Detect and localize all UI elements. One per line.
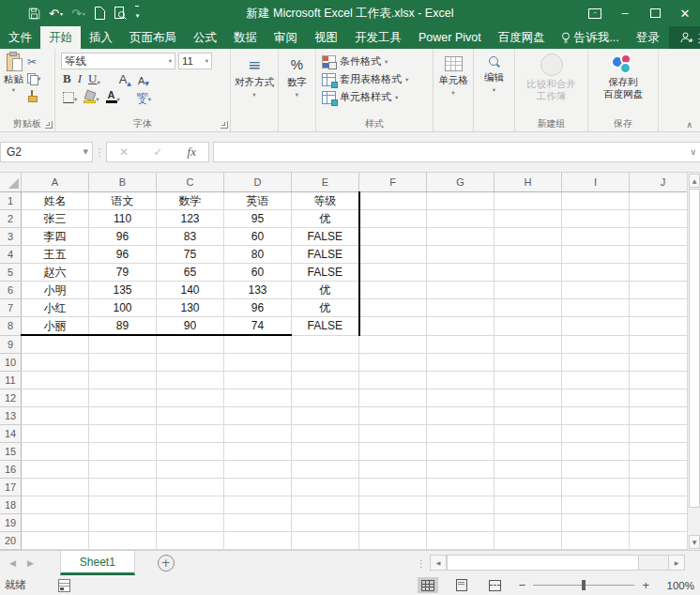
- cell-G3[interactable]: [427, 228, 495, 246]
- cell-G11[interactable]: [427, 372, 495, 389]
- cell-C1[interactable]: 数学: [157, 192, 224, 210]
- minimize-button[interactable]: ─: [610, 0, 640, 26]
- cell-G15[interactable]: [427, 443, 495, 461]
- cell-I19[interactable]: [562, 514, 630, 532]
- bold-button[interactable]: B: [63, 72, 71, 86]
- cell-D1[interactable]: 英语: [224, 192, 292, 210]
- next-sheet-icon[interactable]: ▶: [27, 558, 34, 568]
- cell-C15[interactable]: [157, 443, 224, 461]
- cell-A5[interactable]: 赵六: [22, 264, 89, 282]
- increase-font-button[interactable]: A▲: [119, 72, 131, 86]
- row-header-2[interactable]: 2: [0, 210, 22, 228]
- cell-C6[interactable]: 140: [157, 282, 224, 299]
- cell-I14[interactable]: [562, 425, 630, 443]
- cell-E2[interactable]: 优: [292, 210, 359, 228]
- cell-I3[interactable]: [562, 228, 630, 246]
- cell-H4[interactable]: [495, 246, 562, 264]
- cell-I17[interactable]: [562, 479, 630, 496]
- cell-I7[interactable]: [562, 299, 630, 317]
- previous-sheet-icon[interactable]: ◀: [9, 558, 16, 568]
- cell-C13[interactable]: [157, 407, 224, 425]
- editing-group[interactable]: 编辑 ▾: [474, 49, 515, 131]
- sign-in-button[interactable]: 登录: [627, 26, 669, 49]
- cell-G14[interactable]: [427, 425, 495, 443]
- cell-A4[interactable]: 王五: [22, 246, 89, 264]
- cell-A8[interactable]: 小丽: [22, 317, 89, 336]
- column-header-I[interactable]: I: [562, 173, 630, 192]
- cell-A10[interactable]: [22, 354, 89, 372]
- redo-button[interactable]: ↷▾: [71, 7, 85, 21]
- name-box[interactable]: G2 ▼: [0, 142, 93, 162]
- cell-F16[interactable]: [359, 461, 427, 479]
- cell-E20[interactable]: [292, 532, 359, 550]
- cell-D12[interactable]: [224, 389, 292, 407]
- cell-I5[interactable]: [562, 264, 630, 282]
- cell-D20[interactable]: [224, 532, 292, 550]
- page-break-view-button[interactable]: [485, 577, 506, 593]
- tab-baidu-netdisk[interactable]: 百度网盘: [490, 26, 554, 49]
- cell-H2[interactable]: [495, 210, 562, 228]
- cell-E15[interactable]: [292, 443, 359, 461]
- formula-bar-splitter[interactable]: ⋮: [93, 146, 106, 159]
- record-macro-icon[interactable]: [58, 579, 70, 592]
- zoom-slider-handle[interactable]: [582, 580, 586, 590]
- cell-B5[interactable]: 79: [89, 264, 157, 282]
- phonetic-guide-button[interactable]: wén文▾: [137, 89, 151, 103]
- cell-D13[interactable]: [224, 407, 292, 425]
- zoom-slider[interactable]: [533, 585, 634, 586]
- font-color-button[interactable]: A▾: [106, 89, 120, 103]
- cell-H13[interactable]: [495, 407, 562, 425]
- cell-I18[interactable]: [562, 496, 630, 514]
- cut-button[interactable]: ✂: [27, 54, 40, 69]
- cell-D11[interactable]: [224, 372, 292, 389]
- cell-C10[interactable]: [157, 354, 224, 372]
- cell-I2[interactable]: [562, 210, 630, 228]
- ribbon-display-options-button[interactable]: ^: [580, 0, 610, 26]
- cell-B19[interactable]: [89, 514, 157, 532]
- cell-I20[interactable]: [562, 532, 630, 550]
- cell-H6[interactable]: [495, 282, 562, 299]
- cell-A20[interactable]: [22, 532, 89, 550]
- dialog-launcher-icon[interactable]: [221, 121, 228, 129]
- cell-A15[interactable]: [22, 443, 89, 461]
- cell-D6[interactable]: 133: [224, 282, 292, 299]
- new-sheet-button[interactable]: +: [158, 555, 175, 572]
- cell-B11[interactable]: [89, 372, 157, 389]
- cell-F7[interactable]: [359, 299, 427, 317]
- cell-D9[interactable]: [224, 335, 292, 354]
- cell-G4[interactable]: [427, 246, 495, 264]
- cell-F13[interactable]: [359, 407, 427, 425]
- cell-I13[interactable]: [562, 407, 630, 425]
- tab-file[interactable]: 文件: [0, 26, 40, 49]
- row-header-12[interactable]: 12: [0, 389, 22, 407]
- font-size-combobox[interactable]: 11▾: [178, 53, 212, 69]
- expand-formula-bar-icon[interactable]: ∨: [690, 147, 696, 157]
- cell-D8[interactable]: 74: [224, 317, 292, 336]
- tab-page-layout[interactable]: 页面布局: [121, 26, 185, 49]
- cell-E12[interactable]: [292, 389, 359, 407]
- column-header-E[interactable]: E: [292, 173, 359, 192]
- cell-H14[interactable]: [495, 425, 562, 443]
- vertical-scrollbar[interactable]: ▲ ▼: [687, 173, 700, 550]
- sheet-tab-sheet1[interactable]: Sheet1: [60, 551, 135, 575]
- cell-A19[interactable]: [22, 514, 89, 532]
- cancel-entry-button[interactable]: ✕: [119, 145, 129, 159]
- cell-D19[interactable]: [224, 514, 292, 532]
- row-header-19[interactable]: 19: [0, 514, 22, 532]
- row-header-14[interactable]: 14: [0, 425, 22, 443]
- cell-E14[interactable]: [292, 425, 359, 443]
- cell-H20[interactable]: [495, 532, 562, 550]
- save-to-baidu-netdisk-button[interactable]: 保存到 百度网盘: [588, 49, 658, 116]
- cell-E18[interactable]: [292, 496, 359, 514]
- scroll-left-icon[interactable]: ◀: [430, 555, 447, 571]
- cell-I15[interactable]: [562, 443, 630, 461]
- share-button[interactable]: 共享: [669, 26, 700, 49]
- cell-H16[interactable]: [495, 461, 562, 479]
- decrease-font-button[interactable]: A▼: [138, 72, 149, 86]
- cell-G20[interactable]: [427, 532, 495, 550]
- cell-F12[interactable]: [359, 389, 427, 407]
- cell-H5[interactable]: [495, 264, 562, 282]
- zoom-out-button[interactable]: −: [519, 578, 526, 592]
- cell-C17[interactable]: [157, 479, 224, 496]
- compare-merge-workbooks-button[interactable]: 比较和合并 工作簿: [515, 49, 587, 116]
